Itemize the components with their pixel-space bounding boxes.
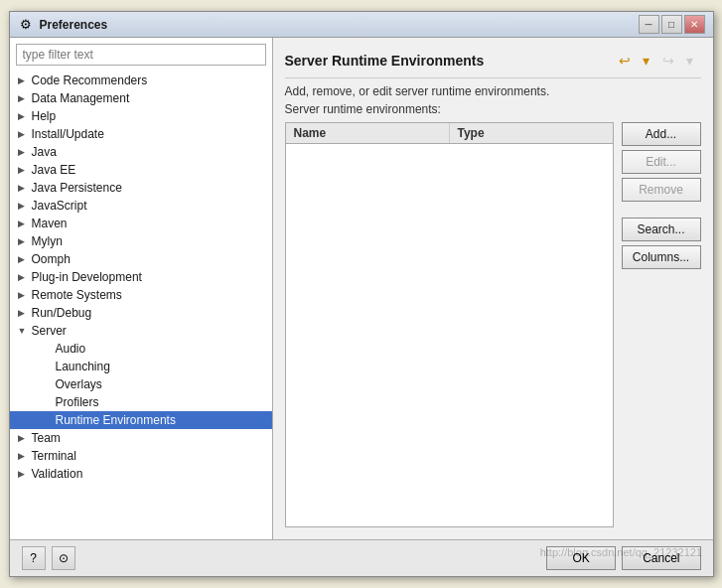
table-area: Name Type	[285, 122, 614, 527]
forward-dropdown-button[interactable]: ▾	[679, 50, 701, 72]
tree-label-launching: Launching	[56, 360, 110, 373]
tree-label-code-recommenders: Code Recommenders	[32, 74, 148, 87]
tree-label-help: Help	[32, 109, 57, 123]
tree-item-java[interactable]: ▶Java	[10, 143, 272, 161]
back-button[interactable]: ↩	[614, 50, 636, 72]
tree-item-server[interactable]: ▼Server	[10, 322, 272, 340]
tree-item-terminal[interactable]: ▶Terminal	[10, 447, 272, 465]
tree-item-javascript[interactable]: ▶JavaScript	[10, 197, 272, 215]
tree-item-team[interactable]: ▶Team	[10, 429, 272, 447]
minimize-button[interactable]: ─	[639, 15, 659, 34]
table-body	[286, 144, 613, 526]
tree-label-data-management: Data Management	[32, 91, 130, 105]
panel-title: Server Runtime Environments	[285, 53, 614, 69]
maximize-button[interactable]: □	[661, 15, 682, 34]
tree-label-java: Java	[32, 145, 57, 159]
tree-label-terminal: Terminal	[32, 449, 76, 463]
tree-label-audio: Audio	[56, 342, 86, 356]
tree-label-plug-in-development: Plug-in Development	[32, 270, 142, 284]
columns-button[interactable]: Columns...	[622, 245, 701, 269]
tree-item-java-persistence[interactable]: ▶Java Persistence	[10, 179, 272, 197]
tree-label-remote-systems: Remote Systems	[32, 288, 122, 302]
tree-label-team: Team	[32, 431, 61, 445]
tree-label-mylyn: Mylyn	[32, 234, 63, 248]
help-button[interactable]: ?	[22, 546, 46, 570]
tree-item-help[interactable]: ▶Help	[10, 107, 272, 125]
tree-label-overlays: Overlays	[56, 377, 102, 391]
tree-container: ▶Code Recommenders▶Data Management▶Help▶…	[10, 72, 272, 539]
tree-item-launching[interactable]: Launching	[10, 358, 272, 375]
close-button[interactable]: ✕	[684, 15, 705, 34]
column-type: Type	[450, 123, 613, 143]
tree-label-maven: Maven	[32, 217, 68, 230]
tree-item-remote-systems[interactable]: ▶Remote Systems	[10, 286, 272, 304]
watermark: http://blog.csdn.net/qq_21232121	[540, 546, 702, 558]
tree-label-profilers: Profilers	[56, 395, 99, 409]
search-button[interactable]: Search...	[622, 218, 701, 241]
panel-sub-label: Server runtime environments:	[285, 102, 701, 116]
tree-item-profilers[interactable]: Profilers	[10, 393, 272, 411]
dialog-body: ▶Code Recommenders▶Data Management▶Help▶…	[10, 38, 713, 539]
table-header: Name Type	[286, 123, 613, 144]
tree-item-oomph[interactable]: ▶Oomph	[10, 250, 272, 268]
filter-input[interactable]	[16, 44, 266, 66]
tree-item-overlays[interactable]: Overlays	[10, 375, 272, 393]
column-name: Name	[286, 123, 450, 143]
buttons-area: Add... Edit... Remove Search... Columns.…	[622, 122, 701, 527]
tree-label-java-persistence: Java Persistence	[32, 181, 122, 195]
add-button[interactable]: Add...	[622, 122, 701, 146]
tree-item-code-recommenders[interactable]: ▶Code Recommenders	[10, 72, 272, 89]
tree-item-install-update[interactable]: ▶Install/Update	[10, 125, 272, 143]
tree-item-java-ee[interactable]: ▶Java EE	[10, 161, 272, 179]
title-bar: ⚙ Preferences ─ □ ✕	[10, 12, 713, 38]
defaults-button[interactable]: ⊙	[52, 546, 75, 570]
dialog-icon: ⚙	[18, 17, 34, 33]
right-panel: Server Runtime Environments ↩ ▾ ↪ ▾ Add,…	[273, 38, 713, 539]
tree-label-java-ee: Java EE	[32, 163, 76, 177]
footer-left: ? ⊙	[22, 546, 75, 570]
edit-button[interactable]: Edit...	[622, 150, 701, 174]
tree-item-plug-in-development[interactable]: ▶Plug-in Development	[10, 268, 272, 286]
remove-button[interactable]: Remove	[622, 178, 701, 202]
preferences-dialog: ⚙ Preferences ─ □ ✕ ▶Code Recommenders▶D…	[9, 11, 714, 577]
tree-label-install-update: Install/Update	[32, 127, 104, 141]
tree-label-server: Server	[32, 324, 67, 338]
tree-item-maven[interactable]: ▶Maven	[10, 215, 272, 232]
tree-item-mylyn[interactable]: ▶Mylyn	[10, 232, 272, 250]
tree-label-run-debug: Run/Debug	[32, 306, 92, 320]
nav-toolbar: Server Runtime Environments ↩ ▾ ↪ ▾	[285, 50, 701, 72]
left-panel: ▶Code Recommenders▶Data Management▶Help▶…	[10, 38, 273, 539]
forward-button[interactable]: ↪	[657, 50, 679, 72]
content-area: Name Type Add... Edit... Remove Search..…	[285, 122, 701, 527]
tree-label-oomph: Oomph	[32, 252, 71, 266]
back-dropdown-button[interactable]: ▾	[636, 50, 657, 72]
tree-label-validation: Validation	[32, 467, 83, 481]
tree-item-run-debug[interactable]: ▶Run/Debug	[10, 304, 272, 322]
tree-label-runtime-environments: Runtime Environments	[56, 413, 176, 427]
window-controls: ─ □ ✕	[639, 15, 705, 34]
tree-item-validation[interactable]: ▶Validation	[10, 465, 272, 483]
tree-item-data-management[interactable]: ▶Data Management	[10, 89, 272, 107]
tree-label-javascript: JavaScript	[32, 199, 87, 213]
tree-item-audio[interactable]: Audio	[10, 340, 272, 358]
dialog-title: Preferences	[40, 18, 639, 32]
tree-item-runtime-environments[interactable]: Runtime Environments	[10, 411, 272, 429]
panel-description: Add, remove, or edit server runtime envi…	[285, 84, 701, 98]
